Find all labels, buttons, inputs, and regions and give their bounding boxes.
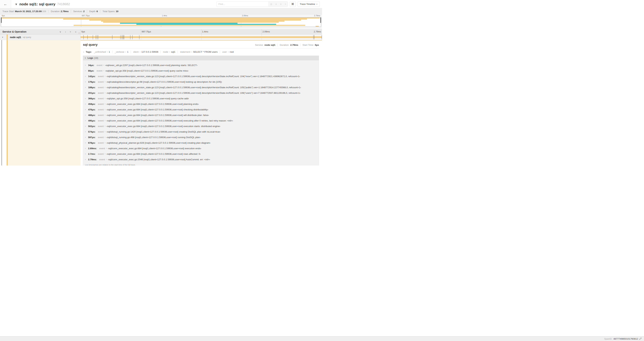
detail-meta-value: 0μs	[315, 44, 319, 46]
log-entry-row[interactable]: ›486μs:event=‹sql/conn_executor_exec.go:…	[83, 112, 319, 118]
span-row: ∨ node sql1 sql query	[0, 35, 322, 40]
find-input[interactable]	[216, 2, 268, 7]
tags-row[interactable]: › Tags: _unfinished=1_verbose=1client=12…	[83, 49, 319, 55]
keyboard-shortcuts-button[interactable]: ⌘	[290, 2, 296, 7]
minimap-drag-handle-right[interactable]	[320, 18, 321, 23]
log-field-name: event	[98, 136, 104, 139]
equals-sign: =	[190, 51, 193, 53]
span-row-label[interactable]: ∨ node sql1 sql query	[0, 35, 80, 40]
log-field-name: event	[98, 119, 104, 122]
minimap-canvas[interactable]	[1, 17, 321, 27]
log-event-value: ‹sql/distsql_running.go:498 [nsql1,clien…	[106, 136, 200, 139]
log-entry-row[interactable]: ›459μs:event=‹sql/conn_executor_exec.go:…	[83, 101, 319, 107]
minimap-drag-handle-left[interactable]	[1, 18, 2, 23]
tag-value: 1	[109, 51, 110, 53]
detail-meta-label: Service:	[255, 44, 264, 46]
ruler-tick-label: 1.4ms	[202, 30, 208, 33]
log-event-value: ‹sql/catalog/lease/descriptor_version_st…	[106, 75, 300, 78]
log-entry-row[interactable]: ›2.79ms:event=‹sql/conn_executor_exec.go…	[83, 157, 319, 162]
detail-meta-item: Start Time:0μs	[300, 44, 319, 46]
chevron-right-icon: ›	[83, 51, 84, 53]
ruler-tick-label: 697.75μs	[82, 15, 90, 17]
equals-sign: =	[104, 114, 106, 116]
log-field-name: event	[98, 81, 104, 83]
detail-expanded-accent[interactable]	[2, 40, 2, 165]
log-entry-row[interactable]: ›142μs:event=‹sql/catalog/lease/descript…	[83, 74, 319, 79]
next-result-icon[interactable]: ∨	[278, 3, 284, 5]
log-timestamp: 2.79ms:	[88, 158, 97, 161]
log-entry-row[interactable]: ›366μs:event=‹sql/plan_opt.go:358 [nsql1…	[83, 96, 319, 101]
view-selector-button[interactable]: Trace Timeline ∨	[298, 2, 320, 7]
equals-sign: =	[104, 75, 106, 77]
log-event-tick	[120, 35, 120, 39]
expand-all-icon[interactable]: »	[75, 31, 76, 33]
log-event-value: ‹sql/conn_executor_exec.go:684 [nsql1,cl…	[108, 147, 201, 150]
chevron-right-icon: ›	[85, 108, 88, 111]
chevron-right-icon: ›	[85, 81, 88, 83]
collapse-trace-icon[interactable]: ∨	[15, 3, 17, 6]
log-entry-row[interactable]: ›574μs:event=‹sql/distsql_running.go:142…	[83, 129, 319, 134]
log-entry-row[interactable]: ›176μs:event=‹sql/catalog/descs/descript…	[83, 79, 319, 85]
timeline-ruler: 0μs697.75μs1.4ms2.09ms2.79ms	[80, 29, 322, 34]
summary-label: Depth	[89, 10, 96, 13]
ruler-tick-label: 0μs	[81, 30, 85, 33]
chevron-right-icon: ›	[85, 64, 88, 66]
equals-sign: =	[168, 51, 171, 53]
page-title: node sql1: sql query	[20, 2, 56, 6]
detail-meta-item: Service:node sql1	[253, 44, 278, 46]
equals-sign: =	[104, 97, 106, 100]
log-event-value: ‹sql/conn_executor_exec.go:684 [nsql1,cl…	[106, 153, 201, 155]
log-entry-row[interactable]: ›597μs:event=‹sql/distsql_running.go:498…	[83, 134, 319, 140]
log-entry-row[interactable]: ›2.7ms:event=‹sql/conn_executor_exec.go:…	[83, 151, 319, 157]
logs-accordion-header[interactable]: ∨ Logs (18)	[83, 56, 319, 60]
log-entry-row[interactable]: ›678μs:event=‹sql/distsql_physical_plann…	[83, 140, 319, 146]
equals-sign: =	[124, 51, 127, 53]
log-field-name: event	[98, 108, 104, 111]
log-entry-row[interactable]: ›201μs:event=‹sql/catalog/lease/descript…	[83, 90, 319, 96]
summary-label: Services	[73, 10, 82, 13]
chevron-right-icon: ›	[85, 131, 88, 133]
logs-count: (18)	[94, 57, 98, 59]
span-detail-title: sql query	[83, 43, 98, 47]
log-timestamp: 597μs:	[88, 136, 96, 139]
log-field-name: event	[98, 131, 104, 133]
summary-value: 2	[83, 10, 85, 13]
tag-key: _unfinished	[94, 51, 106, 53]
prev-result-icon[interactable]: ∧	[274, 3, 278, 5]
equals-sign: =	[106, 51, 108, 53]
tag-item: _unfinished=1	[94, 51, 112, 53]
log-entry-row[interactable]: ›2.69ms:event=‹sql/conn_executor_exec.go…	[83, 146, 319, 151]
span-collapse-icon[interactable]: ∨	[2, 36, 6, 38]
expand-one-icon[interactable]: ›	[65, 31, 66, 33]
log-event-tick	[122, 35, 123, 39]
ruler-tick-label: 2.09ms	[262, 30, 270, 33]
locate-icon[interactable]: ◎	[269, 3, 274, 5]
log-event-tick	[313, 35, 314, 39]
back-button[interactable]: ←	[0, 0, 11, 8]
column-resizer-handle[interactable]: ||	[78, 32, 80, 34]
detail-meta-label: Start Time:	[302, 44, 314, 46]
trace-summary-item: Total Spans10	[100, 10, 121, 13]
log-event-tick	[96, 35, 96, 39]
ruler-tick-label: 2.79ms	[314, 15, 320, 17]
ruler-tick-label: 2.79ms	[314, 30, 321, 33]
log-timestamp: 366μs:	[88, 97, 96, 100]
log-field-name: event	[96, 70, 102, 72]
clear-search-icon[interactable]: ×	[283, 3, 288, 5]
log-entry-row[interactable]: ›476μs:event=‹sql/conn_executor_exec.go:…	[83, 107, 319, 112]
log-entry-row[interactable]: ›80μs:event=‹sql/plan_opt.go:358 [nsql1,…	[83, 68, 319, 74]
span-bar-track[interactable]	[80, 35, 322, 40]
log-entry-row[interactable]: ›502μs:event=‹sql/conn_executor_exec.go:…	[83, 123, 319, 129]
collapse-all-icon[interactable]: »	[69, 31, 72, 33]
log-event-value: ‹sql/conn_executor_exec.go:684 [nsql1,cl…	[106, 125, 220, 128]
log-timestamp: 486μs:	[88, 114, 96, 116]
equals-sign: =	[105, 147, 108, 149]
log-field-name: event	[98, 86, 104, 89]
equals-sign: =	[104, 109, 106, 111]
log-entry-row[interactable]: ›495μs:event=‹sql/conn_executor_exec.go:…	[83, 118, 319, 123]
trace-id: 7418682	[57, 2, 70, 6]
log-entry-row[interactable]: ›34μs:event=‹sql/exec_util.go:2297 [nsql…	[83, 62, 319, 68]
log-entry-row[interactable]: ›189μs:event=‹sql/catalog/lease/descript…	[83, 85, 319, 90]
collapse-one-icon[interactable]: ∨	[60, 31, 61, 33]
summary-value: 6	[96, 10, 98, 13]
